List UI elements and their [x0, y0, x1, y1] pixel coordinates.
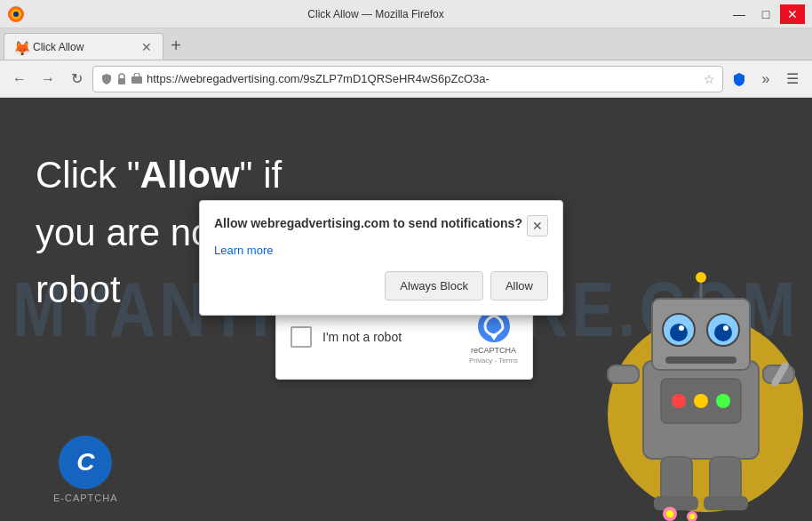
- window-controls: — □ ✕: [727, 4, 805, 24]
- ecaptcha-circle: C: [59, 436, 112, 489]
- popup-header: Allow webregadvertising.com to send noti…: [214, 215, 548, 236]
- recaptcha-terms-link[interactable]: Terms: [498, 357, 518, 365]
- svg-rect-3: [118, 78, 125, 84]
- address-bar-icons: [100, 73, 143, 85]
- headline-text-part2: " if: [240, 154, 283, 196]
- shield-icon: [100, 73, 113, 85]
- allow-button[interactable]: Allow: [490, 271, 548, 301]
- always-block-button[interactable]: Always Block: [385, 271, 483, 301]
- window-title: Click Allow — Mozilla Firefox: [25, 8, 727, 20]
- address-bar[interactable]: https://webregadvertising.com/9sZLP7mD1Q…: [92, 66, 723, 92]
- recaptcha-brand-text: reCAPTCHA: [471, 346, 516, 355]
- shield-nav-button[interactable]: [727, 67, 752, 92]
- close-window-button[interactable]: ✕: [780, 4, 805, 24]
- headline-line3-text: robot: [36, 269, 121, 310]
- nav-bar-right: » ☰: [727, 67, 805, 92]
- title-bar: Click Allow — Mozilla Firefox — □ ✕: [0, 0, 812, 28]
- ecaptcha-logo: C E-CAPTCHA: [53, 436, 118, 503]
- title-bar-left: [7, 5, 25, 23]
- hamburger-menu-button[interactable]: ☰: [780, 67, 805, 92]
- minimize-button[interactable]: —: [727, 4, 752, 24]
- tab-close-button[interactable]: ✕: [139, 40, 154, 54]
- svg-point-2: [13, 12, 19, 17]
- page-headline: Click "Allow" if: [36, 151, 282, 200]
- refresh-icon: ↻: [71, 70, 83, 87]
- recaptcha-label: I'm not a robot: [322, 330, 402, 344]
- tab-bar: 🦊 Click Allow ✕ +: [0, 28, 812, 60]
- popup-learn-more-link[interactable]: Learn more: [214, 244, 548, 257]
- popup-buttons: Always Block Allow: [214, 271, 548, 301]
- svg-rect-4: [131, 76, 142, 84]
- tab-title: Click Allow: [33, 41, 134, 53]
- content-area: MYANTISPYWARE.COM: [0, 98, 812, 521]
- notification-popup: Allow webregadvertising.com to send noti…: [199, 200, 563, 316]
- maximize-button[interactable]: □: [753, 4, 778, 24]
- back-button[interactable]: ←: [7, 67, 32, 92]
- extensions-button[interactable]: »: [753, 67, 778, 92]
- ecaptcha-letter: C: [76, 448, 94, 477]
- forward-button[interactable]: →: [36, 67, 60, 92]
- headline-text-part1: Click ": [36, 154, 140, 196]
- popup-close-button[interactable]: ✕: [527, 215, 548, 236]
- new-tab-button[interactable]: +: [163, 33, 188, 58]
- recaptcha-logo-section: reCAPTCHA Privacy - Terms: [469, 309, 518, 365]
- lock-icon: [116, 73, 127, 85]
- forward-icon: →: [41, 71, 55, 87]
- recaptcha-checkbox[interactable]: [291, 326, 312, 348]
- firefox-shield-icon: [732, 72, 746, 86]
- firefox-logo-icon: [7, 5, 25, 23]
- notification-icon: [131, 73, 143, 85]
- recaptcha-privacy-link[interactable]: Privacy: [469, 357, 492, 365]
- bookmark-star-icon[interactable]: ☆: [704, 72, 715, 86]
- headline-allow-word: Allow: [140, 154, 240, 196]
- ecaptcha-brand-text: E-CAPTCHA: [53, 493, 118, 503]
- back-icon: ←: [12, 71, 27, 87]
- popup-title: Allow webregadvertising.com to send noti…: [214, 215, 522, 233]
- tab-favicon-icon: 🦊: [13, 40, 28, 54]
- browser-window: Click Allow — Mozilla Firefox — □ ✕ 🦊 Cl…: [0, 0, 812, 521]
- address-text: https://webregadvertising.com/9sZLP7mD1Q…: [147, 72, 700, 85]
- recaptcha-links: Privacy - Terms: [469, 357, 518, 365]
- refresh-button[interactable]: ↻: [64, 67, 89, 92]
- browser-tab[interactable]: 🦊 Click Allow ✕: [4, 33, 163, 60]
- nav-bar: ← → ↻: [0, 60, 812, 98]
